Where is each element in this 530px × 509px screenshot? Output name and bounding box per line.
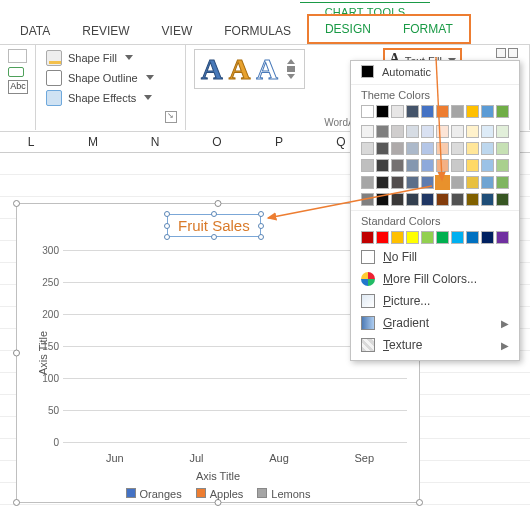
resize-handle[interactable] [416, 499, 423, 506]
color-swatch[interactable] [466, 193, 479, 206]
color-swatch[interactable] [376, 125, 389, 138]
color-swatch[interactable] [406, 231, 419, 244]
legend-item[interactable]: Apples [196, 488, 244, 500]
color-swatch[interactable] [391, 231, 404, 244]
resize-handle[interactable] [215, 200, 222, 207]
dialog-launcher-icon[interactable] [165, 111, 177, 123]
color-swatch[interactable] [376, 231, 389, 244]
color-swatch[interactable] [376, 142, 389, 155]
color-swatch[interactable] [481, 231, 494, 244]
tab-view[interactable]: VIEW [146, 18, 209, 44]
color-swatch[interactable] [376, 193, 389, 206]
color-swatch[interactable] [451, 231, 464, 244]
col-header[interactable]: P [248, 132, 310, 152]
color-swatch[interactable] [496, 176, 509, 189]
color-swatch[interactable] [361, 142, 374, 155]
color-swatch[interactable] [451, 105, 464, 118]
color-swatch[interactable] [406, 142, 419, 155]
color-swatch[interactable] [361, 125, 374, 138]
color-swatch[interactable] [451, 176, 464, 189]
color-swatch[interactable] [496, 105, 509, 118]
tab-review[interactable]: REVIEW [66, 18, 145, 44]
legend-item[interactable]: Lemons [257, 488, 310, 500]
col-header[interactable]: O [186, 132, 248, 152]
color-swatch[interactable] [391, 176, 404, 189]
chart-title[interactable]: Fruit Sales [167, 214, 261, 237]
color-swatch[interactable] [496, 142, 509, 155]
color-swatch[interactable] [391, 142, 404, 155]
color-swatch[interactable] [406, 159, 419, 172]
resize-handle[interactable] [215, 499, 222, 506]
wordart-preset-1[interactable]: A [201, 54, 223, 84]
x-axis-title[interactable]: Axis Title [17, 470, 419, 482]
color-swatch[interactable] [466, 176, 479, 189]
color-swatch[interactable] [451, 125, 464, 138]
color-swatch[interactable] [466, 231, 479, 244]
col-header[interactable]: M [62, 132, 124, 152]
y-axis-title[interactable]: Axis Title [37, 331, 49, 375]
wordart-preset-2[interactable]: A [229, 54, 251, 84]
color-swatch[interactable] [466, 105, 479, 118]
shape-effects-button[interactable]: Shape Effects [44, 89, 177, 107]
color-swatch[interactable] [406, 193, 419, 206]
legend[interactable]: OrangesApplesLemons [17, 488, 419, 500]
resize-handle[interactable] [13, 499, 20, 506]
color-swatch[interactable] [391, 105, 404, 118]
resize-handle[interactable] [13, 350, 20, 357]
tab-formulas[interactable]: FORMULAS [208, 18, 307, 44]
color-swatch[interactable] [481, 176, 494, 189]
color-swatch[interactable] [436, 176, 449, 189]
color-swatch[interactable] [436, 142, 449, 155]
color-swatch[interactable] [421, 231, 434, 244]
tab-data[interactable]: DATA [4, 18, 66, 44]
wordart-preset-3[interactable]: A [256, 54, 278, 84]
gradient-item[interactable]: Gradient ▶ [351, 312, 519, 334]
no-fill-item[interactable]: No Fill [351, 246, 519, 268]
gallery-more-icon[interactable] [284, 54, 298, 84]
color-swatch[interactable] [481, 193, 494, 206]
color-swatch[interactable] [421, 105, 434, 118]
col-header[interactable]: N [124, 132, 186, 152]
color-swatch[interactable] [421, 125, 434, 138]
color-swatch[interactable] [406, 176, 419, 189]
color-swatch[interactable] [376, 176, 389, 189]
color-swatch[interactable] [391, 125, 404, 138]
color-swatch[interactable] [361, 159, 374, 172]
color-swatch[interactable] [361, 231, 374, 244]
color-swatch[interactable] [421, 193, 434, 206]
color-swatch[interactable] [496, 231, 509, 244]
resize-handle[interactable] [13, 200, 20, 207]
col-header[interactable]: L [0, 132, 62, 152]
color-swatch[interactable] [496, 193, 509, 206]
color-swatch[interactable] [421, 159, 434, 172]
color-swatch[interactable] [436, 125, 449, 138]
color-swatch[interactable] [376, 159, 389, 172]
shape-fill-button[interactable]: Shape Fill [44, 49, 177, 67]
color-swatch[interactable] [406, 125, 419, 138]
color-swatch[interactable] [466, 159, 479, 172]
color-swatch[interactable] [481, 159, 494, 172]
color-swatch[interactable] [391, 193, 404, 206]
wordart-gallery[interactable]: A A A [194, 49, 305, 89]
legend-item[interactable]: Oranges [126, 488, 182, 500]
color-swatch[interactable] [481, 105, 494, 118]
color-swatch[interactable] [451, 142, 464, 155]
color-swatch[interactable] [436, 231, 449, 244]
color-swatch[interactable] [496, 159, 509, 172]
color-swatch[interactable] [481, 142, 494, 155]
color-swatch[interactable] [496, 125, 509, 138]
automatic-item[interactable]: Automatic [351, 61, 519, 82]
color-swatch[interactable] [391, 159, 404, 172]
color-swatch[interactable] [421, 142, 434, 155]
color-swatch[interactable] [481, 125, 494, 138]
tab-design[interactable]: DESIGN [309, 16, 387, 42]
more-colors-item[interactable]: More Fill Colors... [351, 268, 519, 290]
picture-item[interactable]: Picture... [351, 290, 519, 312]
color-swatch[interactable] [466, 125, 479, 138]
color-swatch[interactable] [361, 176, 374, 189]
color-swatch[interactable] [436, 193, 449, 206]
color-swatch[interactable] [451, 193, 464, 206]
color-swatch[interactable] [406, 105, 419, 118]
shape-outline-button[interactable]: Shape Outline [44, 69, 177, 87]
color-swatch[interactable] [436, 105, 449, 118]
